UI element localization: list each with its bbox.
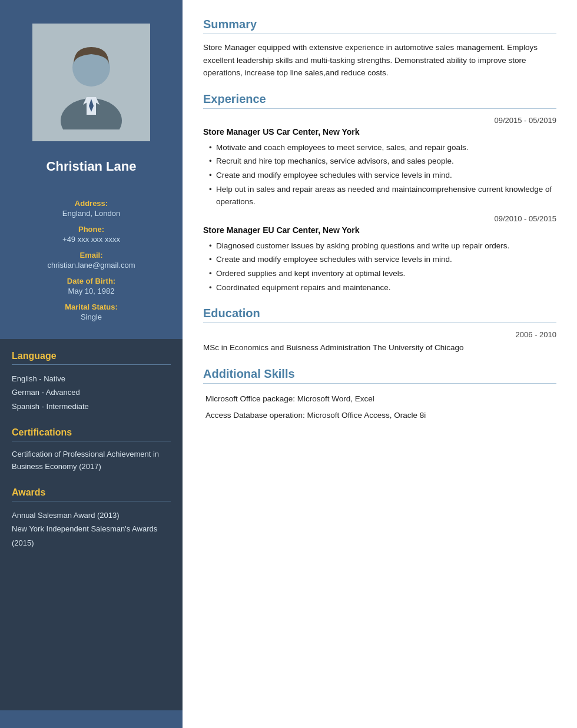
job-title: Store Manager EU Car Center, New York (203, 225, 556, 235)
list-item: Create and modify employee schedules wit… (209, 169, 556, 182)
list-item: Recruit and hire top mechanics, service … (209, 155, 556, 168)
marital-value: Single (18, 313, 165, 321)
certifications-section: Certifications Certification of Professi… (12, 427, 171, 473)
skill-item: Access Database operation: Microsoft Off… (203, 407, 556, 424)
main-content: Summary Store Manager equipped with exte… (183, 0, 577, 728)
language-list: English - Native German - Advanced Spani… (12, 372, 171, 413)
job-entry: 09/2015 - 05/2019 Store Manager US Car C… (203, 116, 556, 208)
dob-value: May 10, 1982 (18, 287, 165, 295)
list-item: Coordinated equipment repairs and mainte… (209, 281, 556, 294)
avatar (32, 24, 150, 141)
job-date: 09/2015 - 05/2019 (203, 116, 556, 125)
phone-value: +49 xxx xxx xxxx (18, 235, 165, 244)
sidebar: Christian Lane Address: England, London … (0, 0, 183, 728)
list-item: New York Independent Salesman's Awards (… (12, 522, 171, 550)
certifications-title: Certifications (12, 427, 171, 441)
list-item: Spanish - Intermediate (12, 400, 171, 413)
job-bullets: Motivate and coach employees to meet ser… (203, 141, 556, 208)
dob-label: Date of Birth: (18, 277, 165, 285)
education-section: Education 2006 - 2010 MSc in Economics a… (203, 307, 556, 354)
experience-section: Experience 09/2015 - 05/2019 Store Manag… (203, 92, 556, 294)
sidebar-lower: Language English - Native German - Advan… (0, 339, 183, 710)
list-item: Create and modify employee schedules wit… (209, 253, 556, 266)
list-item: Help out in sales and repair areas as ne… (209, 183, 556, 208)
awards-title: Awards (12, 487, 171, 501)
awards-section: Awards Annual Salesman Award (2013) New … (12, 487, 171, 550)
language-section: Language English - Native German - Advan… (12, 351, 171, 413)
cert-item: Certification of Professional Achievemen… (12, 448, 171, 473)
address-value: England, London (18, 209, 165, 218)
skills-title: Additional Skills (203, 367, 556, 384)
job-entry: 09/2010 - 05/2015 Store Manager EU Car C… (203, 214, 556, 294)
list-item: Annual Salesman Award (2013) (12, 508, 171, 522)
address-label: Address: (18, 199, 165, 208)
experience-title: Experience (203, 92, 556, 109)
list-item: English - Native (12, 372, 171, 385)
summary-section: Summary Store Manager equipped with exte… (203, 18, 556, 79)
skills-section: Additional Skills Microsoft Office packa… (203, 367, 556, 424)
list-item: Motivate and coach employees to meet ser… (209, 141, 556, 154)
summary-title: Summary (203, 18, 556, 34)
job-date: 09/2010 - 05/2015 (203, 214, 556, 223)
list-item: Ordered supplies and kept inventory at o… (209, 267, 556, 280)
person-name: Christian Lane (47, 159, 137, 174)
email-label: Email: (18, 251, 165, 260)
email-value: christian.lane@gmail.com (18, 261, 165, 270)
job-bullets: Diagnosed customer issues by asking prob… (203, 240, 556, 294)
phone-label: Phone: (18, 225, 165, 234)
education-title: Education (203, 307, 556, 323)
list-item: Diagnosed customer issues by asking prob… (209, 240, 556, 252)
education-entry: 2006 - 2010 MSc in Economics and Buisnes… (203, 330, 556, 354)
edu-date: 2006 - 2010 (203, 330, 556, 339)
summary-text: Store Manager equipped with extensive ex… (203, 41, 556, 79)
contact-info: Address: England, London Phone: +49 xxx … (0, 186, 183, 327)
list-item: German - Advanced (12, 385, 171, 399)
language-title: Language (12, 351, 171, 365)
marital-label: Marital Status: (18, 302, 165, 311)
skill-item: Microsoft Office package: Microsoft Word… (203, 391, 556, 407)
edu-text: MSc in Economics and Buisness Administra… (203, 341, 556, 354)
job-title: Store Manager US Car Center, New York (203, 127, 556, 137)
